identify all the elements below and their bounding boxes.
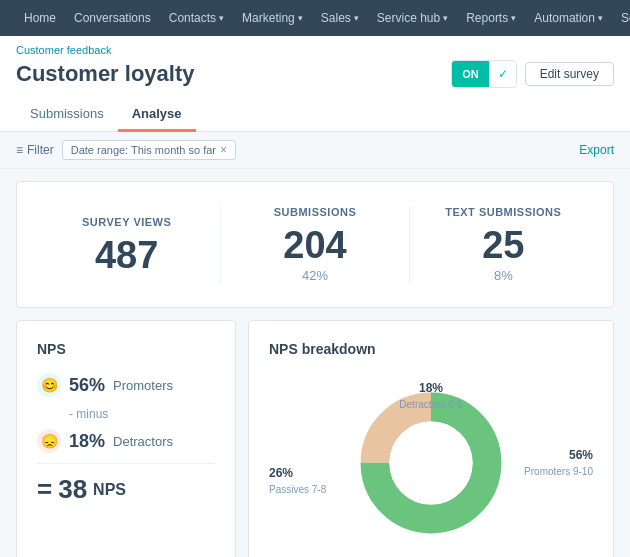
filter-bar: ≡ Filter Date range: This month so far ×… <box>0 132 630 169</box>
breakdown-card-title: NPS breakdown <box>269 341 593 357</box>
top-navigation: Home Conversations Contacts▾ Marketing▾ … <box>0 0 630 36</box>
donut-label-promoters: 56% Promoters 9-10 <box>524 448 593 478</box>
nps-card: NPS 😊 56% Promoters - minus 😞 18% Detrac… <box>16 320 236 557</box>
nps-detractors-item: 😞 18% Detractors <box>37 429 215 453</box>
promoter-emoji: 😊 <box>37 373 61 397</box>
nav-settings[interactable]: Settings <box>613 0 630 36</box>
donut-label-passives: 26% Passives 7-8 <box>269 466 326 496</box>
breakdown-card: NPS breakdown 18% Detractors 0-6 <box>248 320 614 557</box>
submissions-value: 204 <box>237 226 392 264</box>
tabs-container: Submissions Analyse <box>16 98 614 131</box>
filter-label: Filter <box>27 143 54 157</box>
promoters-label: Promoters <box>113 378 173 393</box>
text-submissions-label: TEXT SUBMISSIONS <box>426 206 581 218</box>
text-submissions-value: 25 <box>426 226 581 264</box>
toggle-button[interactable]: ON ✓ <box>451 60 517 88</box>
detractors-label: Detractors <box>113 434 173 449</box>
filter-left: ≡ Filter Date range: This month so far × <box>16 140 236 160</box>
breadcrumb[interactable]: Customer feedback <box>16 44 614 56</box>
edit-survey-button[interactable]: Edit survey <box>525 62 614 86</box>
nav-contacts[interactable]: Contacts▾ <box>161 0 232 36</box>
promoters-pct: 56% <box>69 375 105 396</box>
nps-score-label: NPS <box>93 481 126 499</box>
survey-views-label: SURVEY VIEWS <box>49 216 204 228</box>
svg-point-8 <box>389 421 472 504</box>
nps-card-title: NPS <box>37 341 215 357</box>
nav-marketing[interactable]: Marketing▾ <box>234 0 311 36</box>
header-actions: ON ✓ Edit survey <box>451 60 614 88</box>
survey-views-value: 487 <box>49 236 204 274</box>
submissions-sub: 42% <box>237 268 392 283</box>
filter-lines-icon: ≡ <box>16 143 23 157</box>
stat-submissions: SUBMISSIONS 204 42% <box>220 206 408 283</box>
date-range-text: Date range: This month so far <box>71 144 216 156</box>
toggle-check-icon[interactable]: ✓ <box>489 61 516 87</box>
header-row: Customer loyalty ON ✓ Edit survey <box>16 60 614 88</box>
submissions-label: SUBMISSIONS <box>237 206 392 218</box>
nps-score: = 38 NPS <box>37 474 215 505</box>
nps-score-prefix: = <box>37 474 52 505</box>
nps-promoters-item: 😊 56% Promoters <box>37 373 215 397</box>
tab-submissions[interactable]: Submissions <box>16 98 118 132</box>
stat-text-submissions: TEXT SUBMISSIONS 25 8% <box>409 206 597 283</box>
nav-home[interactable]: Home <box>16 0 64 36</box>
nps-score-value: 38 <box>58 474 87 505</box>
export-button[interactable]: Export <box>579 143 614 157</box>
nav-reports[interactable]: Reports▾ <box>458 0 524 36</box>
page-title: Customer loyalty <box>16 61 195 87</box>
stats-card: SURVEY VIEWS 487 SUBMISSIONS 204 42% TEX… <box>16 181 614 308</box>
donut-chart-container: 18% Detractors 0-6 56% Promoters 9-10 26… <box>269 373 593 553</box>
nav-conversations[interactable]: Conversations <box>66 0 159 36</box>
toggle-on-label: ON <box>452 61 489 87</box>
nav-service-hub[interactable]: Service hub▾ <box>369 0 456 36</box>
bottom-panels: NPS 😊 56% Promoters - minus 😞 18% Detrac… <box>16 320 614 557</box>
filter-button[interactable]: ≡ Filter <box>16 143 54 157</box>
filter-tag-close-icon[interactable]: × <box>220 143 227 157</box>
nps-minus: - minus <box>69 407 215 421</box>
page-header: Customer feedback Customer loyalty ON ✓ … <box>0 36 630 132</box>
stat-survey-views: SURVEY VIEWS 487 <box>33 216 220 274</box>
date-range-filter-tag[interactable]: Date range: This month so far × <box>62 140 236 160</box>
nav-sales[interactable]: Sales▾ <box>313 0 367 36</box>
tab-analyse[interactable]: Analyse <box>118 98 196 132</box>
nps-divider <box>37 463 215 464</box>
detractors-pct: 18% <box>69 431 105 452</box>
nav-automation[interactable]: Automation▾ <box>526 0 611 36</box>
text-submissions-sub: 8% <box>426 268 581 283</box>
detractor-emoji: 😞 <box>37 429 61 453</box>
donut-label-detractors: 18% Detractors 0-6 <box>399 381 462 411</box>
